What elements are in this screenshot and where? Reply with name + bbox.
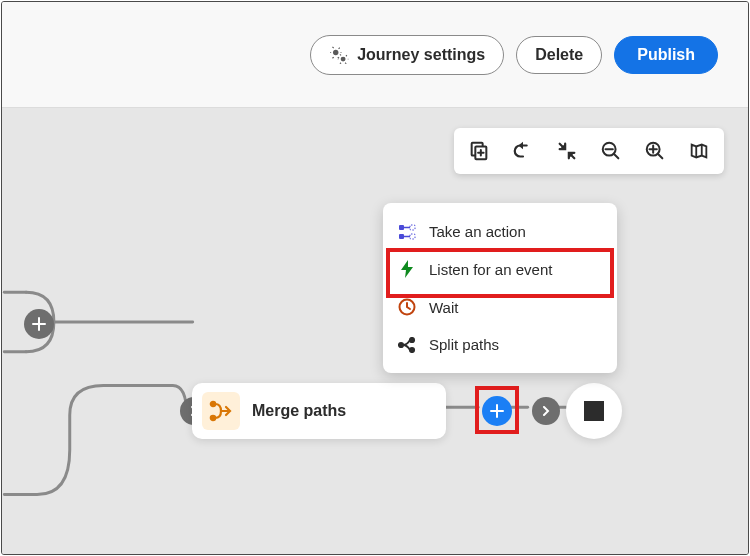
stop-icon <box>584 401 604 421</box>
add-step-menu: Take an action Listen for an event Wait … <box>383 203 617 373</box>
menu-item-take-action[interactable]: Take an action <box>383 213 617 250</box>
end-chevron <box>532 397 560 425</box>
svg-point-9 <box>399 342 403 346</box>
journey-settings-label: Journey settings <box>357 47 485 63</box>
svg-rect-7 <box>410 234 415 239</box>
undo-button[interactable] <box>508 136 538 166</box>
menu-item-label: Split paths <box>429 336 499 353</box>
svg-point-0 <box>333 49 338 54</box>
collapse-button[interactable] <box>552 136 582 166</box>
merge-paths-node[interactable]: Merge paths <box>192 383 446 439</box>
svg-point-10 <box>410 337 414 341</box>
svg-rect-5 <box>399 234 404 239</box>
canvas-toolbar <box>454 128 724 174</box>
zoom-in-button[interactable] <box>640 136 670 166</box>
header-bar: Journey settings Delete Publish <box>2 2 748 108</box>
journey-settings-button[interactable]: Journey settings <box>310 35 504 75</box>
svg-point-1 <box>341 56 346 61</box>
action-icon <box>397 224 417 240</box>
add-step-button[interactable] <box>482 396 512 426</box>
add-entry-node[interactable] <box>24 309 54 339</box>
svg-rect-6 <box>410 225 415 230</box>
menu-item-label: Listen for an event <box>429 261 552 278</box>
clock-icon <box>397 298 417 316</box>
menu-item-label: Wait <box>429 299 458 316</box>
merge-paths-label: Merge paths <box>252 402 346 420</box>
svg-point-11 <box>410 347 414 351</box>
menu-item-split-paths[interactable]: Split paths <box>383 326 617 363</box>
end-node[interactable] <box>566 383 622 439</box>
delete-button[interactable]: Delete <box>516 36 602 74</box>
publish-label: Publish <box>637 47 695 63</box>
zoom-out-button[interactable] <box>596 136 626 166</box>
menu-item-wait[interactable]: Wait <box>383 288 617 326</box>
split-icon <box>397 337 417 353</box>
publish-button[interactable]: Publish <box>614 36 718 74</box>
gear-icon <box>329 46 349 64</box>
menu-item-label: Take an action <box>429 223 526 240</box>
merge-icon <box>202 392 240 430</box>
journey-canvas[interactable]: Merge paths Take an action <box>2 108 748 554</box>
canvas-edges <box>2 108 748 554</box>
duplicate-button[interactable] <box>464 136 494 166</box>
menu-item-listen-event[interactable]: Listen for an event <box>383 250 617 288</box>
minimap-button[interactable] <box>684 136 714 166</box>
app-frame: Journey settings Delete Publish <box>1 1 749 555</box>
delete-label: Delete <box>535 47 583 63</box>
svg-rect-4 <box>399 225 404 230</box>
bolt-icon <box>397 260 417 278</box>
